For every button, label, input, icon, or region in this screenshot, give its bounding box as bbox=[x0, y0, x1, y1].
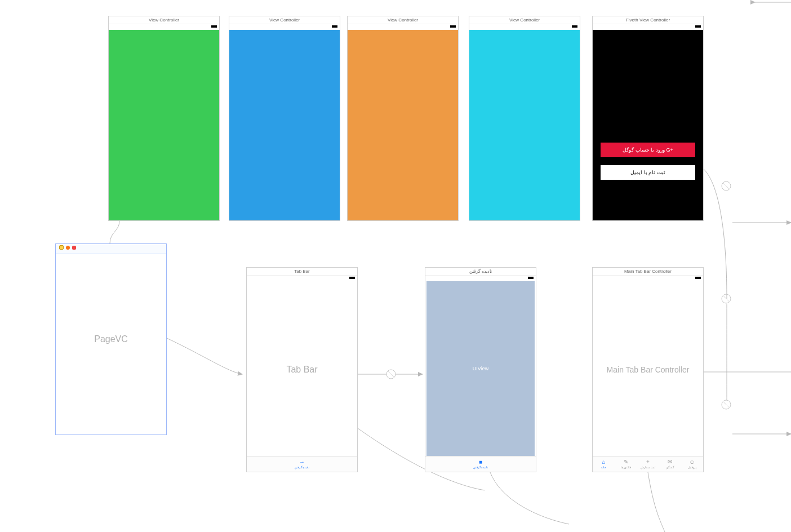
tab-icon: + bbox=[646, 459, 650, 465]
scene-title: View Controller bbox=[109, 16, 219, 24]
svg-line-10 bbox=[723, 402, 729, 407]
tab-icon: ⌂ bbox=[602, 459, 606, 465]
scene-ignore[interactable]: نادیده گرفتن UIView ■ نادیده گرفتن bbox=[425, 267, 536, 472]
scene-view-controller-2[interactable]: View Controller bbox=[229, 16, 340, 221]
tab-item-label: پروفایل bbox=[688, 466, 696, 469]
tab-icon: ✉ bbox=[668, 459, 672, 465]
status-bar bbox=[109, 24, 219, 30]
tab-icon: ☺ bbox=[689, 459, 695, 465]
scene-pagevc[interactable]: PageVC bbox=[55, 243, 167, 435]
scene-title: نادیده گرفتن bbox=[425, 268, 536, 276]
battery-icon bbox=[450, 25, 456, 28]
tab-item-label: گفتگو bbox=[666, 466, 674, 469]
scene-title-bar bbox=[56, 244, 166, 254]
scene-view-controller-3[interactable]: View Controller bbox=[347, 16, 459, 221]
tab-item-label: فاکتورها bbox=[621, 466, 631, 469]
exit-icon bbox=[72, 246, 76, 250]
tab-item-label: خانه bbox=[601, 466, 606, 469]
status-bar bbox=[425, 276, 536, 281]
scene-object-icons bbox=[59, 245, 76, 250]
tab-item-3[interactable]: ✉گفتگو bbox=[659, 456, 681, 472]
uiview: UIView bbox=[426, 281, 535, 456]
placeholder-label: UIView bbox=[426, 366, 535, 371]
battery-icon bbox=[211, 25, 217, 28]
battery-icon bbox=[528, 277, 534, 279]
scene-title: Tab Bar bbox=[247, 268, 357, 276]
status-bar bbox=[348, 24, 458, 30]
svg-point-9 bbox=[722, 400, 731, 409]
svg-point-7 bbox=[722, 294, 731, 303]
battery-icon bbox=[572, 25, 577, 28]
scene-view-controller-1[interactable]: View Controller bbox=[108, 16, 220, 221]
status-bar bbox=[247, 276, 357, 281]
view-body: UIView bbox=[425, 281, 536, 472]
google-login-button[interactable]: ورود با حساب گوگل G+ bbox=[601, 143, 695, 157]
view-body bbox=[348, 30, 458, 220]
battery-icon bbox=[332, 25, 337, 28]
vc-object-icon bbox=[59, 245, 64, 250]
tab-item-label: نادیده گرفتن bbox=[473, 466, 488, 469]
tab-item-ignore[interactable]: → نادیده گرفتن bbox=[247, 456, 357, 472]
placeholder-label: Main Tab Bar Controller bbox=[593, 365, 703, 374]
svg-line-8 bbox=[723, 296, 729, 302]
battery-icon bbox=[349, 277, 355, 279]
view-body: ورود با حساب گوگل G+ ثبت نام با ایمیل bbox=[593, 30, 703, 220]
status-bar bbox=[593, 24, 703, 30]
tab-bar: ⌂خانه✎فاکتورها+ثبت سفارش✉گفتگو☺پروفایل bbox=[593, 456, 703, 472]
tab-item-label: نادیده گرفتن bbox=[295, 466, 309, 469]
scene-title: View Controller bbox=[348, 16, 458, 24]
first-responder-icon bbox=[66, 246, 70, 250]
tab-item-label: ثبت سفارش bbox=[641, 466, 655, 469]
view-body bbox=[469, 30, 580, 220]
status-bar bbox=[229, 24, 340, 30]
square-icon: ■ bbox=[479, 459, 482, 465]
scene-title: View Controller bbox=[469, 16, 580, 24]
scene-fiveth-view-controller[interactable]: Fiveth View Controller ورود با حساب گوگل… bbox=[592, 16, 704, 221]
tab-item-0[interactable]: ⌂خانه bbox=[593, 456, 615, 472]
view-body bbox=[229, 30, 340, 220]
tab-item-1[interactable]: ✎فاکتورها bbox=[615, 456, 637, 472]
scene-title: Fiveth View Controller bbox=[593, 16, 703, 24]
placeholder-label: PageVC bbox=[56, 334, 166, 344]
svg-point-5 bbox=[722, 181, 731, 190]
email-signup-button[interactable]: ثبت نام با ایمیل bbox=[601, 165, 695, 180]
arrow-right-icon: → bbox=[299, 459, 305, 465]
scene-tab-bar[interactable]: Tab Bar Tab Bar → نادیده گرفتن bbox=[246, 267, 358, 472]
svg-line-4 bbox=[388, 371, 394, 377]
scene-main-tab-bar-controller[interactable]: Main Tab Bar Controller Main Tab Bar Con… bbox=[592, 267, 704, 472]
battery-icon bbox=[695, 25, 701, 28]
tab-bar: → نادیده گرفتن bbox=[247, 456, 357, 472]
tab-item-4[interactable]: ☺پروفایل bbox=[681, 456, 703, 472]
scene-title: View Controller bbox=[229, 16, 340, 24]
tab-item-2[interactable]: +ثبت سفارش bbox=[637, 456, 659, 472]
view-body bbox=[109, 30, 219, 220]
scene-title: Main Tab Bar Controller bbox=[593, 268, 703, 276]
status-bar bbox=[469, 24, 580, 30]
tab-item-ignore[interactable]: ■ نادیده گرفتن bbox=[425, 456, 536, 472]
tab-bar: ■ نادیده گرفتن bbox=[425, 456, 536, 472]
battery-icon bbox=[695, 277, 701, 279]
scene-view-controller-4[interactable]: View Controller bbox=[469, 16, 580, 221]
placeholder-label: Tab Bar bbox=[247, 365, 357, 375]
tab-icon: ✎ bbox=[624, 459, 628, 465]
svg-point-3 bbox=[386, 370, 396, 379]
status-bar bbox=[593, 276, 703, 281]
svg-line-6 bbox=[723, 183, 729, 189]
